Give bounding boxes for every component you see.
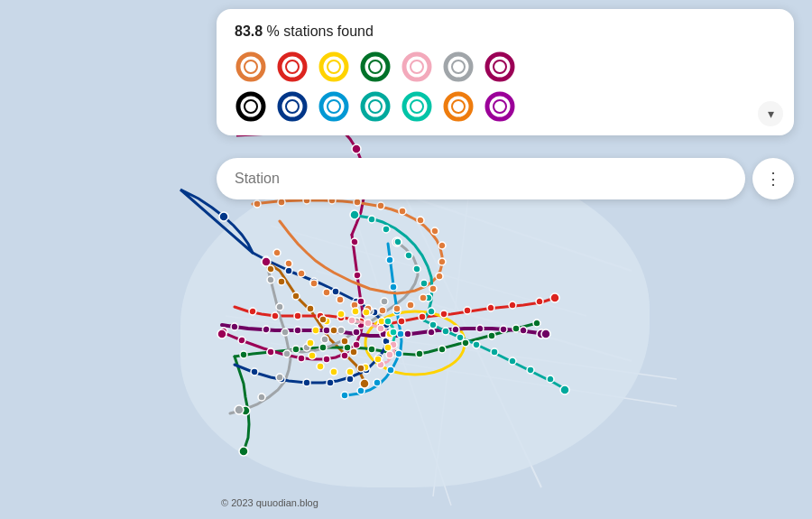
svg-point-115: [431, 227, 438, 235]
svg-point-79: [276, 374, 283, 381]
svg-point-121: [407, 301, 414, 309]
svg-point-145: [348, 317, 355, 324]
stats-panel: 83.8 % stations found: [217, 9, 794, 135]
svg-point-122: [393, 305, 401, 312]
svg-point-80: [258, 394, 265, 401]
svg-point-180: [541, 329, 550, 338]
svg-point-127: [323, 289, 330, 296]
svg-point-207: [446, 94, 471, 119]
search-input[interactable]: [217, 158, 745, 199]
svg-point-59: [387, 366, 394, 374]
central-ring[interactable]: [276, 51, 309, 83]
svg-point-174: [350, 348, 357, 356]
percent-unit: %: [267, 23, 280, 39]
svg-point-175: [357, 365, 364, 372]
svg-point-177: [217, 329, 226, 338]
svg-point-108: [278, 199, 285, 206]
svg-point-192: [411, 60, 423, 73]
svg-point-147: [377, 325, 384, 332]
elizabeth-ring[interactable]: [235, 90, 267, 123]
svg-point-84: [337, 327, 345, 334]
percent-value: 83.8: [235, 23, 263, 39]
svg-point-51: [533, 320, 540, 327]
svg-point-129: [298, 270, 305, 277]
svg-point-163: [312, 327, 319, 334]
svg-point-204: [369, 100, 382, 113]
overground-ring[interactable]: [235, 51, 267, 83]
svg-point-128: [310, 280, 318, 287]
svg-point-138: [404, 330, 411, 338]
svg-point-98: [428, 308, 435, 315]
svg-point-130: [285, 260, 292, 267]
svg-point-81: [235, 405, 244, 414]
svg-point-123: [379, 307, 386, 314]
svg-point-83: [321, 336, 328, 343]
svg-point-77: [281, 329, 289, 336]
svg-point-171: [319, 316, 327, 323]
cable-car-ring[interactable]: [484, 90, 516, 123]
svg-point-91: [457, 334, 464, 341]
svg-point-38: [219, 212, 228, 221]
svg-point-50: [512, 325, 520, 332]
svg-point-203: [363, 94, 388, 119]
svg-point-63: [351, 238, 358, 246]
jubilee-ring[interactable]: [442, 51, 475, 83]
svg-point-96: [547, 375, 554, 383]
svg-point-131: [273, 249, 281, 256]
svg-point-140: [452, 326, 459, 333]
waterloo-city-ring[interactable]: [359, 90, 392, 123]
svg-point-97: [560, 385, 569, 394]
svg-point-37: [251, 368, 258, 375]
svg-point-181: [384, 318, 392, 325]
svg-point-57: [397, 330, 404, 338]
collapse-button[interactable]: ▾: [758, 101, 783, 126]
district-ring[interactable]: [359, 51, 392, 83]
hammersmith-ring[interactable]: [401, 51, 433, 83]
svg-point-139: [428, 329, 435, 336]
svg-point-195: [487, 54, 512, 79]
svg-point-44: [368, 346, 375, 353]
svg-point-75: [267, 276, 274, 283]
victoria-ring[interactable]: [318, 90, 350, 123]
svg-point-146: [364, 320, 372, 327]
svg-point-191: [404, 54, 429, 79]
svg-point-160: [317, 363, 324, 370]
svg-point-60: [374, 379, 381, 386]
svg-point-143: [520, 327, 527, 334]
svg-point-150: [386, 351, 393, 358]
svg-point-22: [536, 298, 543, 305]
svg-point-166: [352, 308, 359, 315]
svg-point-202: [328, 100, 340, 113]
svg-point-41: [292, 346, 300, 353]
svg-point-210: [494, 100, 506, 113]
svg-point-107: [254, 200, 261, 208]
circle-ring[interactable]: [318, 51, 350, 83]
line-row-1: [235, 51, 776, 83]
svg-point-26: [332, 288, 339, 295]
svg-point-185: [280, 54, 305, 79]
svg-point-21: [509, 301, 516, 309]
svg-point-182: [390, 329, 397, 336]
svg-point-16: [398, 318, 405, 325]
svg-point-90: [442, 328, 449, 335]
svg-point-190: [369, 60, 382, 73]
svg-point-170: [307, 305, 314, 312]
metropolitan-ring[interactable]: [484, 51, 516, 83]
svg-point-133: [263, 326, 270, 333]
svg-point-67: [353, 341, 360, 348]
svg-point-156: [374, 356, 382, 363]
piccadilly-ring[interactable]: [276, 90, 309, 123]
svg-point-24: [285, 267, 292, 274]
svg-point-9: [249, 308, 256, 315]
svg-point-106: [350, 210, 359, 219]
stats-suffix: stations found: [283, 23, 374, 39]
svg-point-118: [436, 273, 443, 280]
overground2-ring[interactable]: [442, 90, 475, 123]
dlr-ring[interactable]: [401, 90, 433, 123]
svg-point-142: [500, 326, 507, 333]
menu-button[interactable]: ⋮: [752, 158, 794, 199]
svg-point-54: [386, 256, 393, 264]
svg-point-176: [360, 379, 369, 388]
svg-point-197: [238, 94, 263, 119]
svg-point-172: [330, 327, 337, 334]
